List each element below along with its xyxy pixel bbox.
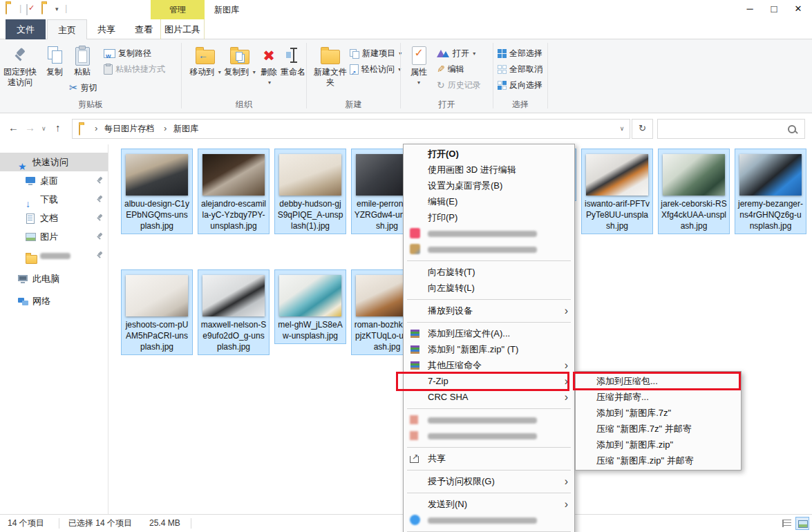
sidebar-item[interactable] — [0, 246, 108, 265]
new-folder-button[interactable]: 新建文件夹 — [312, 44, 348, 88]
copy-to-button[interactable]: 复制到 — [223, 44, 256, 77]
context-menu-item[interactable]: 使用画图 3D 进行编辑 — [404, 162, 574, 178]
paste-shortcut-button[interactable]: 粘贴快捷方式 — [104, 62, 165, 76]
file-item[interactable]: mel-ghW_jLS8eAw-unsplash.jpg — [274, 269, 346, 344]
close-button[interactable] — [786, 0, 810, 19]
minimize-button[interactable] — [738, 0, 762, 19]
context-menu-item[interactable] — [404, 412, 574, 428]
context-menu-item[interactable] — [404, 257, 574, 264]
history-dropdown-icon[interactable]: ∨ — [41, 125, 46, 132]
tab-home[interactable]: 主页 — [47, 19, 87, 40]
tab-view[interactable]: 查看 — [126, 19, 162, 39]
context-menu-item[interactable]: 其他压缩命令 — [404, 357, 574, 373]
file-item[interactable]: albuu-design-C1yEPbNGQms-unsplash.jpg — [121, 149, 193, 234]
properties-quick-icon[interactable] — [26, 5, 28, 15]
ribbon-group-organize: 移动到 复制到 删除 重命名 组织 — [182, 39, 306, 113]
cut-button[interactable]: 剪切 — [69, 81, 97, 95]
context-menu-item[interactable]: 共享 — [404, 450, 574, 466]
context-menu-item[interactable]: 编辑(E) — [404, 193, 574, 209]
manage-contextual-tab[interactable]: 管理 — [151, 0, 205, 19]
context-menu-item[interactable] — [404, 225, 574, 241]
copy-button[interactable]: 复制 — [41, 44, 68, 77]
context-menu-item[interactable]: CRC SHA — [404, 389, 574, 405]
file-item[interactable]: jarek-ceborski-RSXfg4ckUAA-unsplash.jpg — [658, 149, 730, 234]
context-menu-item[interactable] — [404, 528, 574, 532]
submenu-item[interactable]: 添加到 "新图库.zip" — [576, 437, 741, 453]
context-menu-item[interactable] — [404, 428, 574, 444]
context-menu-item[interactable]: 向左旋转(L) — [404, 280, 574, 296]
sidebar-item[interactable]: 快速访问 — [0, 153, 108, 171]
context-menu-item[interactable]: 打开(O) — [404, 146, 574, 162]
tab-share[interactable]: 共享 — [88, 19, 124, 39]
search-input[interactable] — [662, 122, 782, 137]
tab-picture-tools[interactable]: 图片工具 — [160, 19, 205, 39]
context-menu-item[interactable]: 添加到 "新图库.zip" (T) — [404, 341, 574, 357]
button-label: 全部取消 — [509, 64, 542, 74]
context-menu-item[interactable]: 打印(P) — [404, 209, 574, 225]
submenu-item[interactable]: 压缩 "新图库.7z" 并邮寄 — [576, 421, 741, 437]
history-button[interactable]: 历史记录 — [437, 78, 481, 92]
sidebar-item[interactable]: 文档 — [0, 209, 108, 227]
context-menu-item[interactable]: 向右旋转(T) — [404, 264, 574, 280]
search-box[interactable] — [657, 119, 805, 139]
address-bar[interactable]: › 每日图片存档 › 新图库 ∨ — [72, 119, 630, 139]
context-menu-item[interactable] — [404, 319, 574, 325]
back-icon[interactable]: ← — [8, 122, 19, 133]
thumbnail-view-button[interactable] — [795, 517, 809, 530]
context-menu-item[interactable]: 添加到压缩文件(A)... — [404, 325, 574, 341]
context-menu-item[interactable] — [404, 405, 574, 412]
pin-icon — [96, 251, 104, 259]
address-dropdown-icon[interactable]: ∨ — [614, 120, 630, 138]
context-menu-item[interactable]: 授予访问权限(G) — [404, 473, 574, 489]
file-item[interactable]: jeremy-bezanger-ns4rGHNQz6g-unsplash.jpg — [735, 149, 806, 234]
file-item[interactable]: alejandro-escamilla-yC-Yzbqy7PY-unsplash… — [198, 149, 270, 234]
sidebar-item[interactable]: 图片 — [0, 227, 108, 246]
file-item[interactable]: debby-hudson-gjS9qPIQE_A-unsplash(1).jpg — [274, 149, 346, 234]
explorer-folder-icon[interactable] — [6, 4, 7, 14]
submenu-item[interactable]: 添加到 "新图库.7z" — [576, 405, 741, 421]
select-all-button[interactable]: 全部选择 — [498, 46, 542, 60]
invert-selection-button[interactable]: 反向选择 — [498, 78, 542, 92]
file-item[interactable]: iswanto-arif-PFTvPyTe8UU-unsplash.jpg — [581, 149, 653, 234]
context-menu-item[interactable]: 播放到设备 — [404, 303, 574, 319]
maximize-button[interactable] — [762, 0, 786, 19]
move-to-button[interactable]: 移动到 — [189, 44, 222, 77]
context-menu-item[interactable]: 设置为桌面背景(B) — [404, 178, 574, 193]
open-button[interactable]: 打开 — [437, 46, 475, 60]
context-menu-item[interactable]: 发送到(N) — [404, 496, 574, 512]
forward-icon[interactable]: → — [25, 122, 35, 133]
new-folder-quick-icon[interactable] — [41, 4, 43, 14]
rename-button[interactable]: 重命名 — [280, 44, 306, 77]
edit-button[interactable]: 编辑 — [437, 62, 464, 76]
delete-button[interactable]: 删除 — [258, 44, 280, 88]
properties-button[interactable]: 属性 — [405, 44, 433, 88]
details-view-button[interactable] — [780, 517, 794, 530]
refresh-button[interactable]: ↻ — [632, 119, 653, 139]
context-menu-item[interactable] — [404, 444, 574, 450]
sidebar-item[interactable]: 网络 — [0, 292, 108, 310]
context-menu-item[interactable] — [404, 296, 574, 303]
submenu-item[interactable]: 压缩 "新图库.zip" 并邮寄 — [576, 453, 741, 468]
up-icon[interactable]: ↑ — [55, 122, 61, 133]
sidebar-item[interactable]: 桌面 — [0, 171, 108, 190]
file-item[interactable]: jeshoots-com-pUAM5hPaCRI-unsplash.jpg — [121, 269, 193, 355]
file-item[interactable]: maxwell-nelson-Se9ufo2dO_g-unsplash.jpg — [198, 269, 270, 355]
select-none-button[interactable]: 全部取消 — [498, 62, 542, 76]
sidebar-item[interactable]: 此电脑 — [0, 269, 108, 288]
tab-file[interactable]: 文件 — [6, 19, 46, 39]
pin-to-quick-access-button[interactable]: 固定到快速访问 — [1, 44, 39, 88]
paste-button[interactable]: 粘贴 — [69, 44, 95, 77]
sidebar-item[interactable]: 下载 — [0, 190, 108, 209]
context-menu-item[interactable] — [404, 489, 574, 496]
search-icon[interactable] — [788, 125, 796, 133]
context-menu-item[interactable] — [404, 241, 574, 257]
copy-path-button[interactable]: 复制路径 — [104, 46, 151, 60]
breadcrumb-root[interactable]: 每日图片存档 — [104, 120, 154, 138]
context-menu-item[interactable] — [404, 466, 574, 473]
easy-access-button[interactable]: 轻松访问 — [350, 62, 401, 76]
breadcrumb-current[interactable]: 新图库 — [173, 120, 198, 138]
context-menu-item[interactable] — [404, 512, 574, 528]
submenu-item[interactable]: 压缩并邮寄... — [576, 389, 741, 405]
qat-dropdown-icon[interactable] — [55, 3, 59, 13]
new-item-button[interactable]: 新建项目 — [350, 46, 402, 60]
